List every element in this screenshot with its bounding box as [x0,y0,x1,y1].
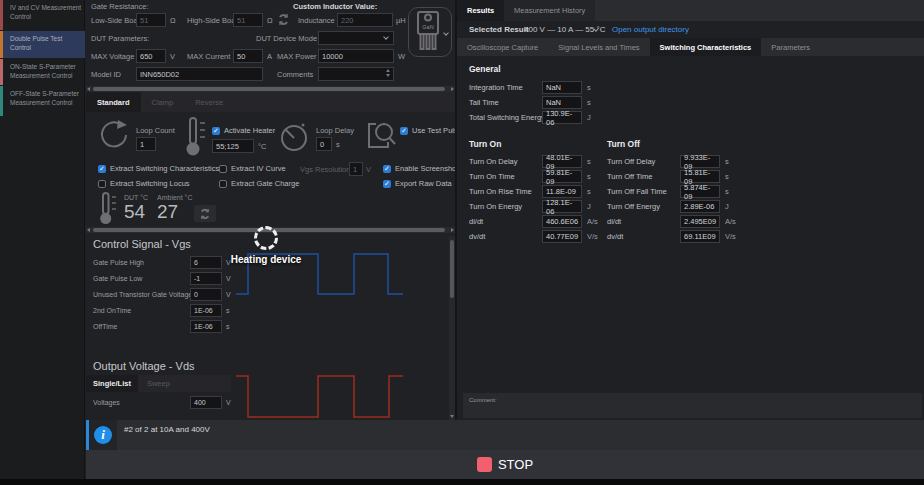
high-side-board-field[interactable]: 51 [233,13,263,27]
extract-gate-charge-checkbox[interactable]: Extract Gate Charge [219,179,299,188]
max-current-unit: A [267,52,272,61]
vds-waveform-preview [234,368,406,420]
sidebar-item-label: ON-State S-Parameter Measurement Control [10,63,76,79]
export-raw-data-checkbox[interactable]: ✓ Export Raw Data [383,179,452,188]
turn-on-section-title: Turn On [469,139,501,149]
sidebar-item-iv-cv[interactable]: IV and CV Measurement Control [0,0,85,30]
vgs-resolution-field[interactable]: 1 [349,162,363,176]
vgs-resolution-unit: V [366,165,371,174]
checkbox-checked-icon: ✓ [400,127,408,135]
scroll-right-arrow[interactable] [451,87,454,91]
loop-count-field[interactable]: 1 [136,137,156,151]
stop-button[interactable]: STOP [477,457,533,472]
scroll-right-arrow[interactable] [451,228,454,232]
max-voltage-field[interactable]: 650 [136,49,166,63]
general-section-title: General [469,64,501,74]
turn-off-time-field[interactable]: 15.81E-09 [680,170,720,183]
tab-sweep[interactable]: Sweep [138,375,179,392]
second-ontime-field[interactable]: 1E-06 [190,304,222,317]
activate-heater-checkbox[interactable]: ✓ Activate Heater [212,126,275,135]
transistor-gan-icon: GaN [411,9,445,55]
gate-pulse-low-field[interactable]: -1 [190,272,222,285]
double-pulse-test-panel: Gate Resistance: Custom Inductor Value: … [86,0,455,420]
test-pulse-icon [364,119,398,153]
turn-off-fall-time-field[interactable]: 5.874E-09 [680,185,720,198]
device-package-selector[interactable]: GaN [408,7,452,57]
heater-temps-field[interactable]: 55;125 [212,139,254,153]
turn-on-rise-time-field[interactable]: 11.8E-09 [542,185,582,198]
max-power-field[interactable]: 10000 [318,49,394,63]
tab-oscilloscope-capture[interactable]: Oscilloscope Capture [457,38,548,56]
turn-on-time-field[interactable]: 59.81E-09 [542,170,582,183]
turn-on-didt-field[interactable]: 460.6E06 [542,215,582,228]
open-output-directory-link[interactable]: Open output directory [612,25,689,34]
comment-box[interactable]: Comment: [463,393,922,418]
turn-off-delay-field[interactable]: 9.933E-09 [680,155,720,168]
tab-standard[interactable]: Standard [86,92,141,112]
model-id-field[interactable]: INN650D02 [136,67,263,81]
sidebar-item-label: OFF-State S-Parameter Measurement Contro… [10,90,79,106]
tab-switching-characteristics[interactable]: Switching Characteristics [650,38,762,56]
param-row: Gate Pulse Low -1 V [93,272,231,285]
info-icon-box: i [89,420,117,450]
sidebar-item-label: Double Pulse Test Control [10,35,62,51]
unused-gate-voltage-field[interactable]: 0 [190,288,222,301]
total-switching-energy-field[interactable]: 130.9E-06 [542,111,582,124]
tab-signal-levels-times[interactable]: Signal Levels and Times [548,38,649,56]
tab-reverse[interactable]: Reverse [184,92,234,112]
inductance-field[interactable]: 220 [337,13,393,27]
loop-delay-unit: s [336,140,340,149]
max-current-field[interactable]: 50 [233,49,263,63]
tab-parameters[interactable]: Parameters [761,38,820,56]
comments-label: Comments [277,70,313,79]
turn-on-dvdt-field[interactable]: 40.77E09 [542,230,582,243]
turn-on-delay-field[interactable]: 48.01E-09 [542,155,582,168]
table-row: dv/dt 69.11E09 V/s [607,230,736,243]
comments-field[interactable] [318,67,394,81]
general-table: Integration Time NaN s Tail Time NaN s T… [469,81,591,126]
selected-result-label: Selected Result [469,25,529,34]
bottom-edge [0,479,924,485]
ambient-temp-label: Ambient °C [157,194,192,201]
sidebar-item-double-pulse-test[interactable]: Double Pulse Test Control [0,31,85,58]
loop-delay-label: Loop Delay [316,126,354,135]
gate-resistance-label: Gate Resistance: [91,2,149,11]
heater-temps-unit: °C [258,142,266,151]
turn-off-dvdt-field[interactable]: 69.11E09 [680,230,720,243]
checkbox-checked-icon: ✓ [212,127,220,135]
result-view-tabbar: Oscilloscope Capture Signal Levels and T… [457,38,924,56]
dut-parameters-label: DUT Parameters: [91,34,149,43]
scroll-left-arrow[interactable] [87,228,90,232]
extract-iv-curve-checkbox[interactable]: Extract IV Curve [219,164,286,173]
tail-time-field[interactable]: NaN [542,96,582,109]
checkbox-checked-icon: ✓ [383,165,391,173]
tab-measurement-history[interactable]: Measurement History [504,0,595,21]
low-side-board-field[interactable]: 51 [136,13,166,27]
scroll-left-arrow[interactable] [87,87,90,91]
loop-delay-field[interactable]: 0 [316,137,332,151]
offtime-field[interactable]: 1E-06 [190,320,222,333]
table-row: di/dt 2.495E09 A/s [607,215,736,228]
extract-switching-characteristics-checkbox[interactable]: ✓ Extract Switching Characteristics [98,164,219,173]
turn-on-energy-field[interactable]: 128.1E-06 [542,200,582,213]
voltages-field[interactable]: 400 [190,396,222,409]
dut-device-mode-select[interactable] [318,31,394,45]
sidebar-item-on-state-sparam[interactable]: ON-State S-Parameter Measurement Control [0,59,85,85]
turn-off-energy-field[interactable]: 2.89E-06 [680,200,720,213]
tab-clamp[interactable]: Clamp [141,92,185,112]
checkbox-unchecked-icon [219,165,227,173]
sidebar-item-off-state-sparam[interactable]: OFF-State S-Parameter Measurement Contro… [0,86,85,116]
sync-resistance-icon[interactable] [277,13,290,26]
enable-screenshots-checkbox[interactable]: ✓ Enable Screenshots [383,164,462,173]
tab-single-list[interactable]: Single/List [86,375,138,392]
tab-results[interactable]: Results [457,0,504,21]
scroll-down-arrow[interactable] [450,415,454,418]
status-banner-text: #2 of 2 at 10A and 400V [124,425,210,434]
param-row: 2nd OnTime 1E-06 s [93,304,230,317]
max-current-label: MAX Current [187,52,230,61]
refresh-temps-button[interactable] [194,205,216,222]
use-test-pulse-checkbox[interactable]: ✓ Use Test Pulse [400,126,462,135]
turn-off-didt-field[interactable]: 2.495E09 [680,215,720,228]
extract-switching-locus-checkbox[interactable]: Extract Switching Locus [98,179,190,188]
integration-time-field[interactable]: NaN [542,81,582,94]
